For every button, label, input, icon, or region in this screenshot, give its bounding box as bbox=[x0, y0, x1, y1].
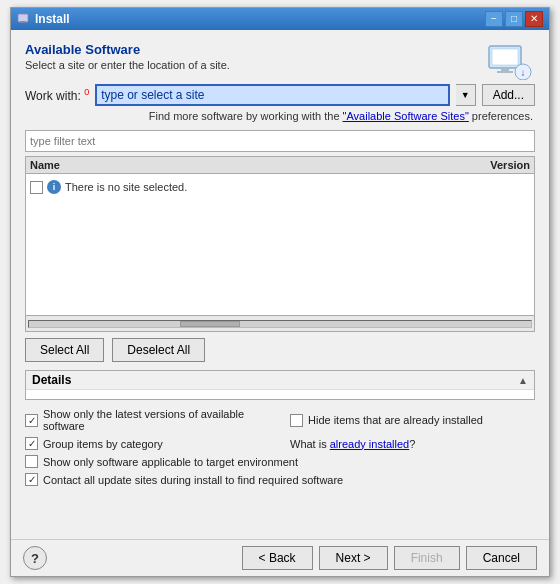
label-group-category: Group items by category bbox=[43, 438, 163, 450]
checkbox-group-category[interactable] bbox=[25, 437, 38, 450]
title-buttons: − □ ✕ bbox=[485, 11, 543, 27]
option-contact-sites: Contact all update sites during install … bbox=[25, 473, 535, 486]
computer-icon: ↓ bbox=[487, 44, 533, 80]
table-row: i There is no site selected. bbox=[30, 178, 530, 196]
options-row-2: Group items by category What is already … bbox=[25, 437, 535, 450]
title-bar-left: Install bbox=[17, 12, 70, 26]
option-show-latest: Show only the latest versions of availab… bbox=[25, 408, 270, 432]
dropdown-button[interactable]: ▼ bbox=[456, 84, 476, 106]
info-icon: i bbox=[47, 180, 61, 194]
page-title: Available Software bbox=[25, 42, 230, 57]
details-header: Details ▲ bbox=[26, 371, 534, 390]
options-row-4: Contact all update sites during install … bbox=[25, 473, 535, 486]
row-checkbox[interactable] bbox=[30, 181, 43, 194]
details-scroll[interactable]: ▲ bbox=[518, 375, 528, 386]
nav-buttons: < Back Next > Finish Cancel bbox=[242, 546, 537, 570]
section-header: Available Software Select a site or ente… bbox=[25, 42, 535, 82]
back-button[interactable]: < Back bbox=[242, 546, 313, 570]
main-content: Available Software Select a site or ente… bbox=[11, 30, 549, 539]
label-show-latest: Show only the latest versions of availab… bbox=[43, 408, 270, 432]
filter-input[interactable] bbox=[25, 130, 535, 152]
help-button[interactable]: ? bbox=[23, 546, 47, 570]
options-row-3: Show only software applicable to target … bbox=[25, 455, 535, 468]
already-installed-link[interactable]: already installed bbox=[330, 438, 410, 450]
row-text: There is no site selected. bbox=[65, 181, 187, 193]
already-installed-text: What is already installed? bbox=[290, 438, 415, 450]
details-section: Details ▲ bbox=[25, 370, 535, 400]
finish-button[interactable]: Finish bbox=[394, 546, 460, 570]
work-with-row: Work with: 0 ▼ Add... bbox=[25, 84, 535, 106]
svg-rect-1 bbox=[20, 21, 26, 23]
scrollbar-thumb[interactable] bbox=[180, 321, 240, 327]
checkbox-show-latest[interactable] bbox=[25, 414, 38, 427]
option-group-category: Group items by category bbox=[25, 437, 270, 450]
install-window: Install − □ ✕ Available Software Select … bbox=[10, 7, 550, 577]
site-input[interactable] bbox=[95, 84, 450, 106]
required-marker: 0 bbox=[84, 87, 89, 97]
svg-text:↓: ↓ bbox=[521, 67, 526, 78]
option-target-env: Show only software applicable to target … bbox=[25, 455, 535, 468]
table-header: Name Version bbox=[26, 157, 534, 174]
add-button[interactable]: Add... bbox=[482, 84, 535, 106]
deselect-all-button[interactable]: Deselect All bbox=[112, 338, 205, 362]
col-version-header: Version bbox=[450, 159, 530, 171]
work-with-label: Work with: 0 bbox=[25, 87, 89, 103]
svg-rect-5 bbox=[497, 71, 513, 73]
select-all-button[interactable]: Select All bbox=[25, 338, 104, 362]
checkbox-contact-sites[interactable] bbox=[25, 473, 38, 486]
details-label: Details bbox=[32, 373, 71, 387]
cancel-button[interactable]: Cancel bbox=[466, 546, 537, 570]
next-button[interactable]: Next > bbox=[319, 546, 388, 570]
label-hide-installed: Hide items that are already installed bbox=[308, 414, 483, 426]
close-button[interactable]: ✕ bbox=[525, 11, 543, 27]
options-row-1: Show only the latest versions of availab… bbox=[25, 408, 535, 432]
table-body: i There is no site selected. bbox=[26, 174, 534, 315]
options-section: Show only the latest versions of availab… bbox=[25, 408, 535, 486]
svg-rect-0 bbox=[18, 14, 28, 22]
option-already-installed: What is already installed? bbox=[290, 438, 535, 450]
minimize-button[interactable]: − bbox=[485, 11, 503, 27]
col-name-header: Name bbox=[30, 159, 450, 171]
available-software-sites-link[interactable]: "Available Software Sites" bbox=[343, 110, 469, 122]
header-icon: ↓ bbox=[485, 42, 535, 82]
checkbox-hide-installed[interactable] bbox=[290, 414, 303, 427]
label-contact-sites: Contact all update sites during install … bbox=[43, 474, 343, 486]
page-subtitle: Select a site or enter the location of a… bbox=[25, 59, 230, 71]
find-more-row: Find more software by working with the "… bbox=[25, 110, 535, 122]
select-buttons-row: Select All Deselect All bbox=[25, 338, 535, 362]
option-hide-installed: Hide items that are already installed bbox=[290, 414, 535, 427]
find-more-suffix: preferences. bbox=[469, 110, 533, 122]
svg-rect-4 bbox=[501, 68, 509, 71]
label-target-env: Show only software applicable to target … bbox=[43, 456, 298, 468]
scrollbar-row[interactable] bbox=[25, 316, 535, 332]
maximize-button[interactable]: □ bbox=[505, 11, 523, 27]
bottom-bar: ? < Back Next > Finish Cancel bbox=[11, 539, 549, 576]
checkbox-target-env[interactable] bbox=[25, 455, 38, 468]
software-table: Name Version i There is no site selected… bbox=[25, 156, 535, 316]
scrollbar-track[interactable] bbox=[28, 320, 532, 328]
window-title: Install bbox=[35, 12, 70, 26]
svg-rect-3 bbox=[492, 49, 518, 65]
title-bar: Install − □ ✕ bbox=[11, 8, 549, 30]
find-more-prefix: Find more software by working with the bbox=[149, 110, 343, 122]
install-title-icon bbox=[17, 12, 31, 26]
